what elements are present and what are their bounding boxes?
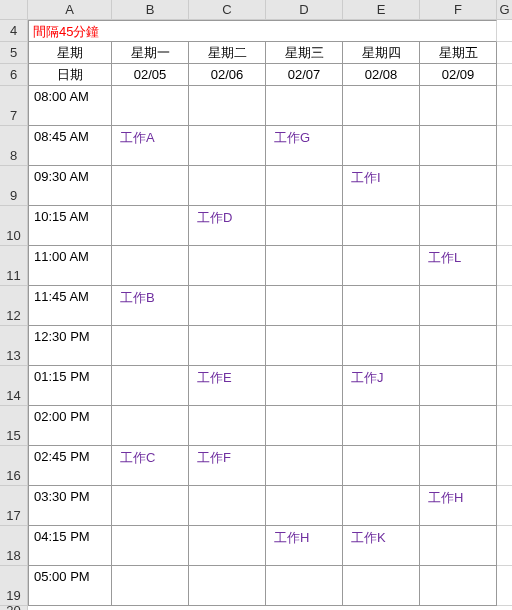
task-cell[interactable] [189,86,266,126]
task-cell[interactable] [343,86,420,126]
col-header-F[interactable]: F [420,0,497,20]
task-cell[interactable] [266,446,343,486]
weekday-header[interactable]: 星期 [28,42,112,64]
task-cell[interactable] [189,166,266,206]
edge-cell[interactable] [497,126,512,166]
task-cell[interactable]: 工作H [266,526,343,566]
weekday-header[interactable]: 星期一 [112,42,189,64]
edge-cell[interactable] [497,64,512,86]
date-header[interactable]: 02/08 [343,64,420,86]
task-cell[interactable] [266,326,343,366]
task-cell[interactable]: 工作J [343,366,420,406]
task-cell[interactable] [420,526,497,566]
time-cell[interactable]: 08:45 AM [28,126,112,166]
task-cell[interactable] [112,566,189,606]
time-cell[interactable]: 05:00 PM [28,566,112,606]
task-cell[interactable] [266,246,343,286]
time-cell[interactable]: 02:45 PM [28,446,112,486]
task-cell[interactable]: 工作E [189,366,266,406]
task-cell[interactable] [112,406,189,446]
task-cell[interactable] [343,126,420,166]
time-cell[interactable]: 11:45 AM [28,286,112,326]
row-header-17[interactable]: 17 [0,486,28,526]
task-cell[interactable]: 工作A [112,126,189,166]
task-cell[interactable]: 工作F [189,446,266,486]
col-header-A[interactable]: A [28,0,112,20]
time-cell[interactable]: 09:30 AM [28,166,112,206]
row-header-19[interactable]: 19 [0,566,28,606]
task-cell[interactable] [189,286,266,326]
task-cell[interactable] [189,566,266,606]
row-header-6[interactable]: 6 [0,64,28,86]
task-cell[interactable] [112,366,189,406]
task-cell[interactable] [343,446,420,486]
task-cell[interactable] [112,526,189,566]
date-header[interactable]: 02/09 [420,64,497,86]
task-cell[interactable] [266,566,343,606]
edge-cell[interactable] [497,366,512,406]
task-cell[interactable] [266,166,343,206]
task-cell[interactable]: 工作C [112,446,189,486]
task-cell[interactable]: 工作G [266,126,343,166]
task-cell[interactable] [266,206,343,246]
task-cell[interactable] [343,206,420,246]
edge-cell[interactable] [497,526,512,566]
edge-cell[interactable] [497,206,512,246]
task-cell[interactable] [343,326,420,366]
task-cell[interactable] [420,86,497,126]
task-cell[interactable] [266,406,343,446]
task-cell[interactable] [266,86,343,126]
row-header-11[interactable]: 11 [0,246,28,286]
task-cell[interactable]: 工作I [343,166,420,206]
task-cell[interactable] [189,126,266,166]
task-cell[interactable] [420,446,497,486]
task-cell[interactable] [420,566,497,606]
col-header-g[interactable]: G [497,0,512,20]
edge-cell[interactable] [497,246,512,286]
time-cell[interactable]: 03:30 PM [28,486,112,526]
date-header[interactable]: 02/05 [112,64,189,86]
task-cell[interactable] [112,166,189,206]
edge-cell[interactable] [497,406,512,446]
edge-cell[interactable] [497,86,512,126]
task-cell[interactable] [112,86,189,126]
task-cell[interactable] [189,526,266,566]
time-cell[interactable]: 08:00 AM [28,86,112,126]
edge-cell[interactable] [497,326,512,366]
task-cell[interactable] [189,246,266,286]
col-header-E[interactable]: E [343,0,420,20]
date-header[interactable]: 02/06 [189,64,266,86]
task-cell[interactable]: 工作D [189,206,266,246]
edge-cell[interactable] [497,42,512,64]
task-cell[interactable] [266,486,343,526]
row-header-4[interactable]: 4 [0,20,28,42]
date-header[interactable]: 02/07 [266,64,343,86]
time-cell[interactable]: 01:15 PM [28,366,112,406]
date-header[interactable]: 日期 [28,64,112,86]
col-header-B[interactable]: B [112,0,189,20]
row-header-14[interactable]: 14 [0,366,28,406]
row-header-13[interactable]: 13 [0,326,28,366]
edge-cell[interactable] [497,166,512,206]
row-header-16[interactable]: 16 [0,446,28,486]
row-header-18[interactable]: 18 [0,526,28,566]
weekday-header[interactable]: 星期五 [420,42,497,64]
row-header-5[interactable]: 5 [0,42,28,64]
edge-cell[interactable] [497,286,512,326]
task-cell[interactable] [343,246,420,286]
task-cell[interactable] [343,286,420,326]
task-cell[interactable] [266,366,343,406]
row-header-12[interactable]: 12 [0,286,28,326]
row-header-15[interactable]: 15 [0,406,28,446]
col-header-D[interactable]: D [266,0,343,20]
time-cell[interactable]: 04:15 PM [28,526,112,566]
task-cell[interactable] [189,486,266,526]
task-cell[interactable]: 工作L [420,246,497,286]
task-cell[interactable] [343,566,420,606]
row-header-8[interactable]: 8 [0,126,28,166]
task-cell[interactable] [112,206,189,246]
task-cell[interactable] [189,326,266,366]
task-cell[interactable] [112,246,189,286]
edge-cell[interactable] [497,486,512,526]
edge-cell[interactable] [497,20,512,42]
